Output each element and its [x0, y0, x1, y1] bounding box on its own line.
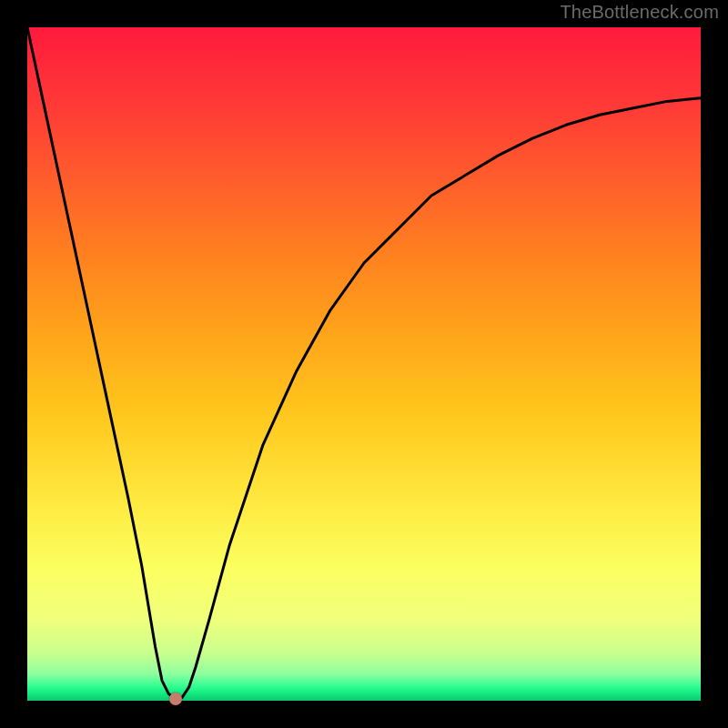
curve-path: [27, 27, 701, 699]
chart-container: TheBottleneck.com: [0, 0, 728, 728]
watermark-text: TheBottleneck.com: [560, 2, 719, 23]
plot-area: [27, 27, 701, 701]
curve-svg: [27, 27, 701, 701]
bottleneck-marker: [169, 693, 182, 705]
